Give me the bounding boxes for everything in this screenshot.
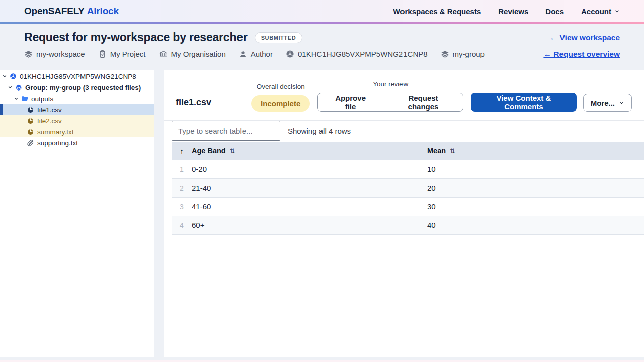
cell-mean: 20 [427,178,644,197]
tree-node-request-root[interactable]: 01KHC1HJG85VXPMP5WNG21CNP8 [0,71,154,82]
file-header: file1.csv Overall decision Incomplete Yo… [164,70,644,112]
nav-reviews[interactable]: Reviews [498,7,528,16]
table-header-row: ↑ Age Band⇅ Mean⇅ [172,142,644,160]
folder-icon [21,95,28,102]
meta-project: My Project [98,50,146,58]
meta-author: Author [239,50,273,58]
tree-node-outputs-folder[interactable]: outputs [0,93,154,104]
nav-account-menu[interactable]: Account [581,7,620,16]
chart-file-icon [27,128,34,135]
top-nav: Workspaces & Requests Reviews Docs Accou… [393,7,620,16]
table-row: 1 0-20 10 [172,160,644,178]
cell-age-band: 41-60 [192,197,427,216]
tree-node-label: outputs [31,95,53,103]
overall-decision-label: Overall decision [257,83,305,90]
view-workspace-link[interactable]: ← View workspace [550,33,620,42]
request-id-icon [286,50,294,58]
chevron-down-icon[interactable] [2,74,7,79]
tree-node-label: supporting.txt [37,139,78,147]
tree-node-file1[interactable]: file1.csv [0,104,154,115]
index-sort-header[interactable]: ↑ [172,142,192,160]
cell-mean: 30 [427,197,644,216]
data-table: ↑ Age Band⇅ Mean⇅ 1 0-20 10 2 21-40 20 3 [172,142,644,235]
nav-docs[interactable]: Docs [545,7,564,16]
cell-mean: 40 [427,216,644,234]
tree-node-label: 01KHC1HJG85VXPMP5WNG21CNP8 [20,73,136,80]
tree-node-label: file2.csv [37,117,62,125]
paperclip-icon [27,139,34,146]
rows-summary: Showing all 4 rows [288,127,351,135]
user-icon [239,50,247,58]
tree-node-supporting[interactable]: supporting.txt [0,137,154,148]
chart-file-icon [27,117,34,124]
project-icon [98,50,107,58]
status-badge: SUBMITTED [255,32,303,43]
request-overview-link[interactable]: ← Request overview [543,50,620,59]
row-index: 2 [172,178,192,197]
top-header: OpenSAFELYAirlock Workspaces & Requests … [0,0,644,22]
file-tree-sidebar: 01KHC1HJG85VXPMP5WNG21CNP8 Group: my-gro… [0,70,154,357]
table-toolbar: Showing all 4 rows [164,120,644,141]
chart-file-icon [27,106,34,113]
tree-node-summary[interactable]: summary.txt [0,126,154,137]
more-button[interactable]: More... [583,94,632,112]
brand-logo[interactable]: OpenSAFELYAirlock [24,6,119,17]
row-index: 1 [172,160,192,178]
your-review-label: Your review [373,80,408,88]
panel-gap [154,70,164,357]
tree-node-file2[interactable]: file2.csv [0,115,154,126]
sort-ascending-icon: ↑ [180,147,184,155]
approve-file-button[interactable]: Approve file [318,93,383,111]
chevron-down-icon[interactable] [14,96,19,101]
search-input[interactable] [172,121,280,141]
brand-name: OpenSAFELY [24,6,85,16]
request-changes-button[interactable]: Request changes [383,93,463,111]
review-button-group: Approve file Request changes [317,93,463,112]
meta-workspace: my-workspace [24,50,85,58]
table-row: 4 60+ 40 [172,216,644,234]
tree-node-label: summary.txt [37,128,74,136]
file-tree: 01KHC1HJG85VXPMP5WNG21CNP8 Group: my-gro… [0,71,154,148]
chevron-down-icon [619,100,624,106]
tree-node-label: file1.csv [37,106,62,114]
meta-group: my-group [441,50,485,58]
chevron-down-icon[interactable] [8,85,13,90]
cell-age-band: 0-20 [192,160,427,178]
cell-age-band: 21-40 [192,178,427,197]
chevron-down-icon [614,9,620,14]
sort-icon[interactable]: ⇅ [230,147,235,155]
view-context-comments-button[interactable]: View Context & Comments [471,93,576,112]
column-header-mean[interactable]: Mean⇅ [427,142,644,160]
cell-age-band: 60+ [192,216,427,234]
meta-request-id: 01KHC1HJG85VXPMP5WNG21CNP8 [286,50,428,58]
sort-icon[interactable]: ⇅ [450,147,455,155]
file-review-panel: file1.csv Overall decision Incomplete Yo… [164,70,644,357]
layers-icon [441,50,449,58]
table-row: 2 21-40 20 [172,178,644,197]
layers-icon [15,84,22,91]
tree-node-label: Group: my-group (3 requested files) [25,84,141,92]
brand-product: Airlock [87,6,119,16]
column-header-age-band[interactable]: Age Band⇅ [192,142,427,160]
row-index: 4 [172,216,192,234]
row-index: 3 [172,197,192,216]
cell-mean: 10 [427,160,644,178]
tree-node-group[interactable]: Group: my-group (3 requested files) [0,82,154,93]
layers-icon [24,50,33,58]
organisation-icon [159,50,168,58]
table-row: 3 41-60 30 [172,197,644,216]
overall-decision-badge: Incomplete [251,95,310,112]
request-id-icon [10,73,17,80]
page-title: Request for my-workspace by researcher [24,31,248,44]
meta-organisation: My Organisation [159,50,226,58]
nav-workspaces-requests[interactable]: Workspaces & Requests [393,7,481,16]
request-header: Request for my-workspace by researcher S… [0,24,644,70]
request-meta: my-workspace My Project My Organisation … [24,50,620,58]
footer-strip [0,357,644,362]
file-title: file1.csv [176,97,211,112]
